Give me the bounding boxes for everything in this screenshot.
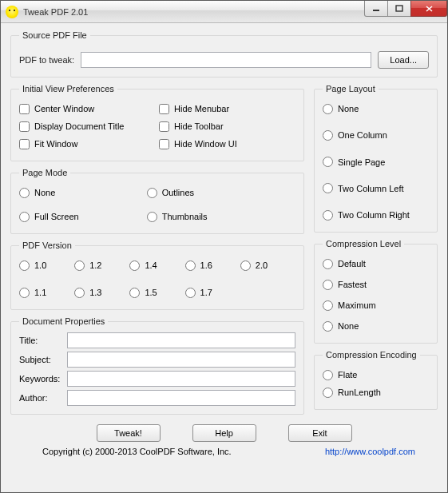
rad-ce-flate[interactable]: Flate	[323, 366, 429, 384]
chk-display-doc-title[interactable]: Display Document Title	[19, 117, 156, 135]
chk-display-doc-title-box[interactable]	[19, 121, 30, 132]
pdf-to-tweak-label: PDF to tweak:	[19, 55, 74, 65]
action-buttons: Tweak! Help Exit	[10, 424, 438, 442]
compression-level-group: Compression Level Default Fastest Maximu…	[314, 239, 438, 344]
maximize-button[interactable]	[387, 1, 411, 17]
page-mode-legend: Page Mode	[19, 168, 70, 177]
rad-pl-tworight[interactable]: Two Column Right	[323, 206, 429, 224]
main-columns: Initial View Preferences Center Window H…	[10, 84, 438, 421]
rad-ver-14[interactable]: 1.4	[129, 256, 184, 274]
chk-center-window[interactable]: Center Window	[19, 100, 156, 117]
rad-pl-twoleft[interactable]: Two Column Left	[323, 180, 429, 197]
minimize-button[interactable]	[364, 1, 388, 17]
rad-ver-11[interactable]: 1.1	[19, 284, 74, 301]
author-label: Author:	[19, 393, 67, 403]
tweak-button[interactable]: Tweak!	[97, 424, 161, 442]
title-label: Title:	[19, 336, 67, 345]
chk-hide-menubar[interactable]: Hide Menubar	[159, 100, 295, 117]
source-legend: Source PDF File	[19, 30, 90, 40]
compression-level-legend: Compression Level	[323, 239, 404, 248]
page-layout-group: Page Layout None One Column Single Page …	[314, 84, 438, 233]
rad-ver-13[interactable]: 1.3	[74, 284, 129, 301]
rad-pl-onecol[interactable]: One Column	[323, 126, 429, 144]
load-button[interactable]: Load...	[378, 51, 429, 69]
rad-ver-12[interactable]: 1.2	[74, 256, 129, 274]
pdf-version-group: PDF Version 1.0 1.2 1.4 1.6 2.0 1.1 1.3 …	[10, 241, 304, 310]
close-button[interactable]	[410, 1, 447, 17]
title-input[interactable]	[67, 332, 295, 348]
close-icon	[425, 5, 434, 13]
doc-properties-group: Document Properties Title: Subject: Keyw…	[10, 316, 304, 415]
rad-ver-10[interactable]: 1.0	[19, 256, 74, 274]
keywords-label: Keywords:	[19, 374, 67, 384]
rad-pm-none[interactable]: None	[19, 184, 144, 201]
rad-ver-15[interactable]: 1.5	[129, 284, 184, 301]
rad-ver-20[interactable]: 2.0	[240, 256, 295, 274]
rad-pl-none[interactable]: None	[323, 100, 429, 117]
chk-hide-menubar-box[interactable]	[159, 104, 169, 114]
rad-ver-17[interactable]: 1.7	[185, 284, 240, 301]
rad-ce-runlength[interactable]: RunLength	[323, 384, 429, 401]
chk-hide-toolbar-box[interactable]	[159, 121, 169, 132]
window-buttons	[365, 1, 447, 17]
minimize-icon	[372, 5, 380, 13]
pdf-path-input[interactable]	[81, 52, 371, 68]
svg-rect-0	[373, 10, 379, 11]
ivp-legend: Initial View Preferences	[19, 84, 117, 93]
client-area: Source PDF File PDF to tweak: Load... In…	[1, 23, 447, 492]
keywords-input[interactable]	[67, 371, 295, 387]
page-layout-legend: Page Layout	[323, 84, 379, 93]
rad-cl-fastest[interactable]: Fastest	[323, 276, 429, 293]
left-column: Initial View Preferences Center Window H…	[10, 84, 304, 421]
app-window: Tweak PDF 2.01 Source PDF File PDF to tw…	[0, 0, 448, 493]
copyright-text: Copyright (c) 2000-2013 CoolPDF Software…	[42, 447, 232, 456]
rad-pl-single[interactable]: Single Page	[323, 153, 429, 171]
page-mode-group: Page Mode None Outlines Full Screen Thum…	[10, 168, 304, 234]
chk-hide-window-ui-box[interactable]	[159, 139, 169, 149]
help-button[interactable]: Help	[192, 424, 256, 442]
subject-label: Subject:	[19, 355, 67, 364]
pdf-version-legend: PDF Version	[19, 241, 75, 250]
window-title: Tweak PDF 2.01	[23, 7, 88, 17]
rad-pm-fullscreen[interactable]: Full Screen	[19, 208, 144, 225]
rad-cl-none[interactable]: None	[323, 317, 429, 335]
chk-hide-window-ui[interactable]: Hide Window UI	[159, 135, 295, 153]
right-column: Page Layout None One Column Single Page …	[314, 84, 438, 421]
rad-pm-thumbnails[interactable]: Thumbnails	[147, 208, 299, 225]
footer: Copyright (c) 2000-2013 CoolPDF Software…	[10, 447, 438, 456]
compression-encoding-legend: Compression Encoding	[323, 350, 420, 360]
app-smiley-icon	[6, 6, 18, 18]
author-input[interactable]	[67, 390, 295, 406]
compression-encoding-group: Compression Encoding Flate RunLength	[314, 350, 438, 410]
chk-center-window-box[interactable]	[19, 104, 30, 114]
maximize-icon	[395, 5, 403, 13]
titlebar: Tweak PDF 2.01	[1, 1, 447, 23]
svg-rect-1	[396, 6, 402, 11]
exit-button[interactable]: Exit	[288, 424, 352, 442]
initial-view-group: Initial View Preferences Center Window H…	[10, 84, 304, 161]
source-pdf-group: Source PDF File PDF to tweak: Load...	[10, 30, 438, 78]
chk-hide-toolbar[interactable]: Hide Toolbar	[159, 117, 295, 135]
chk-fit-window[interactable]: Fit Window	[19, 135, 156, 153]
subject-input[interactable]	[67, 352, 295, 368]
doc-properties-legend: Document Properties	[19, 316, 108, 326]
chk-fit-window-box[interactable]	[19, 139, 30, 149]
rad-cl-maximum[interactable]: Maximum	[323, 296, 429, 314]
rad-ver-16[interactable]: 1.6	[185, 256, 240, 274]
rad-cl-default[interactable]: Default	[323, 255, 429, 272]
website-link[interactable]: http://www.coolpdf.com	[325, 447, 415, 456]
rad-pm-outlines[interactable]: Outlines	[147, 184, 299, 201]
